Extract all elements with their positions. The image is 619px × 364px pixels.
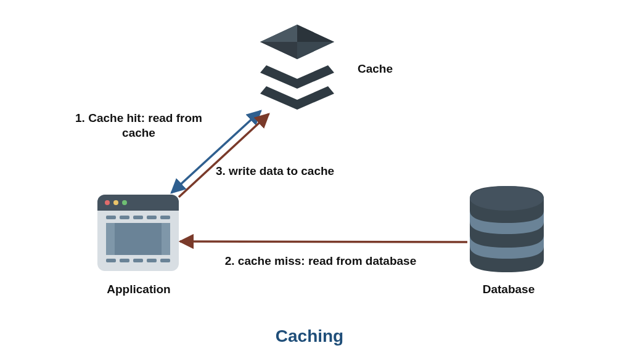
- edge-cache-miss-label: 2. cache miss: read from database: [197, 254, 444, 269]
- svg-rect-14: [147, 216, 157, 219]
- cache-label: Cache: [358, 62, 432, 76]
- edge-cache-miss: [180, 241, 467, 242]
- svg-point-9: [113, 200, 118, 205]
- svg-rect-19: [106, 259, 116, 262]
- svg-rect-21: [133, 259, 143, 262]
- svg-rect-18: [162, 223, 170, 255]
- application-label: Application: [86, 282, 191, 297]
- edge-cache-hit-label-line1: 1. Cache hit: read from: [75, 111, 202, 124]
- svg-rect-22: [147, 259, 157, 262]
- svg-marker-2: [260, 25, 297, 42]
- svg-rect-13: [133, 216, 143, 219]
- diagram-canvas: [0, 0, 619, 364]
- database-label: Database: [469, 282, 549, 297]
- database-icon: [470, 186, 544, 272]
- svg-rect-11: [106, 216, 116, 219]
- svg-marker-1: [297, 25, 334, 42]
- edge-cache-hit-label-line2: cache: [122, 126, 155, 139]
- svg-rect-15: [160, 216, 170, 219]
- diagram-title: Caching: [0, 326, 619, 346]
- svg-marker-4: [260, 42, 297, 59]
- edge-write-cache-label: 3. write data to cache: [216, 164, 376, 179]
- svg-rect-23: [160, 259, 170, 262]
- application-icon: [97, 195, 179, 271]
- svg-rect-17: [106, 223, 115, 255]
- svg-point-10: [122, 200, 127, 205]
- svg-rect-16: [106, 223, 170, 255]
- cache-icon: [260, 25, 334, 110]
- svg-rect-20: [120, 259, 129, 262]
- svg-rect-12: [120, 216, 129, 219]
- svg-point-8: [105, 200, 110, 205]
- svg-point-24: [470, 186, 544, 211]
- svg-marker-3: [297, 42, 334, 59]
- edge-cache-hit-label: 1. Cache hit: read from cache: [62, 111, 216, 140]
